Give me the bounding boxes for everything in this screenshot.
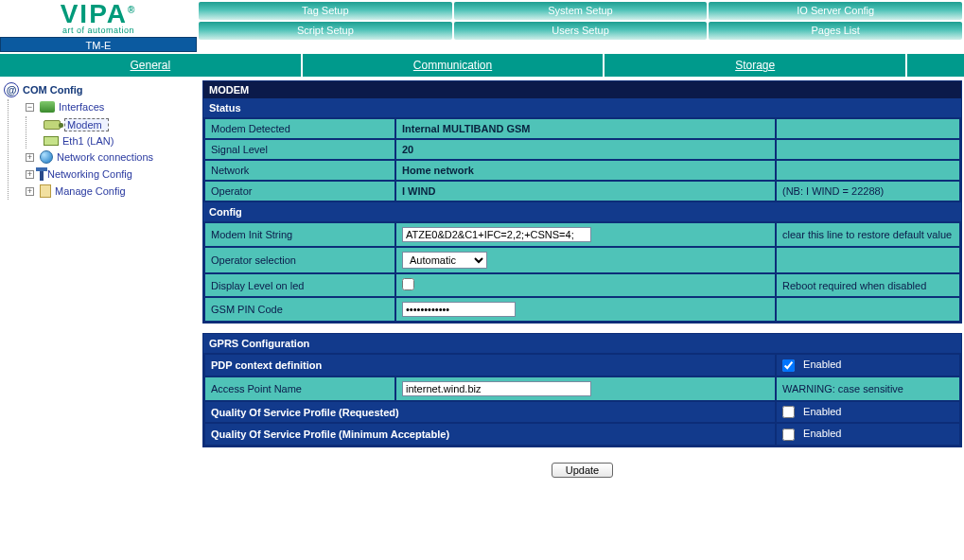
product-label: TM-E <box>86 40 112 51</box>
label: Display Level on led <box>205 274 394 296</box>
manage-config-icon <box>40 184 51 198</box>
modem-init-input[interactable] <box>402 227 591 242</box>
label: Operator selection <box>205 248 394 272</box>
expand-icon[interactable]: + <box>26 187 34 196</box>
sidebar-item-manage-config[interactable]: + Manage Config <box>22 183 193 200</box>
brand-tagline: art of automation <box>0 26 197 35</box>
tab-tag-setup[interactable]: Tag Setup <box>199 2 452 20</box>
update-row: Update <box>202 457 962 487</box>
modem-title: MODEM <box>203 81 961 98</box>
label: Signal Level <box>205 140 394 159</box>
value: Home network <box>396 161 775 180</box>
interfaces-icon <box>40 101 55 113</box>
row-modem-init: Modem Init String clear this line to res… <box>205 223 959 246</box>
top-tabs: Tag Setup System Setup IO Server Config … <box>199 0 964 42</box>
subnav-communication[interactable]: Communication <box>303 54 604 77</box>
label: Modem Init String <box>205 223 394 246</box>
sidebar-root[interactable]: @ COM Config <box>4 82 193 97</box>
sidebar-item-network-connections[interactable]: + Network connections <box>22 149 193 166</box>
note <box>777 298 959 321</box>
value: 20 <box>396 140 775 159</box>
value: I WIND <box>396 182 775 201</box>
sidebar-item-label: Network connections <box>57 151 153 163</box>
collapse-icon[interactable]: − <box>26 103 34 112</box>
enabled-cell: Enabled <box>777 424 959 445</box>
subnav-storage[interactable]: Storage <box>605 54 905 77</box>
row-pdp-context: PDP context definition Enabled <box>205 355 959 376</box>
enabled-cell: Enabled <box>777 355 959 376</box>
label: Quality Of Service Profile (Minimum Acce… <box>205 424 775 445</box>
note: WARNING: case sensitive <box>777 377 959 400</box>
label: GSM PIN Code <box>205 298 394 321</box>
sidebar-item-modem[interactable]: Modem <box>40 116 193 133</box>
row-apn: Access Point Name WARNING: case sensitiv… <box>205 377 959 400</box>
sidebar-item-networking-config[interactable]: + Networking Config <box>22 166 193 183</box>
logo-block: VIPA® art of automation TM-E <box>0 0 197 52</box>
qos-min-checkbox[interactable] <box>782 429 795 441</box>
label: PDP context definition <box>205 355 775 376</box>
sidebar-root-label: COM Config <box>23 84 83 96</box>
row-modem-detected: Modem Detected Internal MULTIBAND GSM <box>205 119 959 138</box>
networking-config-icon <box>40 167 44 181</box>
label: Operator <box>205 182 394 201</box>
enabled-cell: Enabled <box>777 402 959 423</box>
sidebar-item-label: Networking Config <box>47 168 132 180</box>
modem-panel: MODEM Status Modem Detected Internal MUL… <box>202 80 962 324</box>
sidebar-item-label: Eth1 (LAN) <box>62 135 114 147</box>
row-qos-requested: Quality Of Service Profile (Requested) E… <box>205 402 959 423</box>
note <box>777 119 959 138</box>
content: MODEM Status Modem Detected Internal MUL… <box>197 77 964 495</box>
modem-icon <box>44 120 61 130</box>
note: clear this line to restore default value <box>777 223 959 246</box>
gprs-title: GPRS Configuration <box>203 334 961 353</box>
value <box>396 377 775 400</box>
tab-system-setup[interactable]: System Setup <box>454 2 708 20</box>
expand-icon[interactable]: + <box>26 170 34 179</box>
label: Quality Of Service Profile (Requested) <box>205 402 775 423</box>
value: Automatic <box>396 248 775 272</box>
sub-nav: General Communication Storage <box>0 54 964 77</box>
enabled-label: Enabled <box>803 428 841 439</box>
product-band: TM-E <box>0 37 197 52</box>
pdp-enabled-checkbox[interactable] <box>782 359 795 372</box>
value <box>396 223 775 246</box>
value: Internal MULTIBAND GSM <box>396 119 775 138</box>
row-operator: Operator I WIND (NB: I WIND = 22288) <box>205 182 959 201</box>
operator-select[interactable]: Automatic <box>402 252 487 269</box>
gprs-table: PDP context definition Enabled Access Po… <box>203 353 961 446</box>
row-display-level-led: Display Level on led Reboot required whe… <box>205 274 959 296</box>
sidebar-item-eth1[interactable]: Eth1 (LAN) <box>40 133 193 149</box>
row-network: Network Home network <box>205 161 959 180</box>
tab-users-setup[interactable]: Users Setup <box>454 22 708 40</box>
sidebar-item-interfaces[interactable]: − Interfaces <box>22 99 193 114</box>
top-bar: VIPA® art of automation TM-E Tag Setup S… <box>0 0 964 52</box>
enabled-label: Enabled <box>803 359 841 370</box>
network-icon <box>40 150 53 164</box>
config-header: Config <box>203 202 961 221</box>
gsm-pin-input[interactable] <box>402 302 516 317</box>
note: (NB: I WIND = 22288) <box>777 182 959 201</box>
status-table: Modem Detected Internal MULTIBAND GSM Si… <box>203 117 961 202</box>
update-button[interactable]: Update <box>552 463 613 478</box>
tab-io-server[interactable]: IO Server Config <box>709 2 962 20</box>
tab-pages-list[interactable]: Pages List <box>709 22 962 40</box>
label: Access Point Name <box>205 377 394 400</box>
config-table: Modem Init String clear this line to res… <box>203 221 961 323</box>
sidebar: @ COM Config − Interfaces Modem Eth1 (LA… <box>0 77 197 495</box>
tab-script-setup[interactable]: Script Setup <box>199 22 452 40</box>
qos-req-checkbox[interactable] <box>782 406 795 418</box>
main-area: @ COM Config − Interfaces Modem Eth1 (LA… <box>0 77 964 495</box>
sidebar-item-label: Modem <box>64 118 109 131</box>
enabled-label: Enabled <box>803 406 841 417</box>
sidebar-item-label: Interfaces <box>59 101 104 113</box>
value <box>396 298 775 321</box>
note <box>777 161 959 180</box>
row-operator-selection: Operator selection Automatic <box>205 248 959 272</box>
value <box>396 274 775 296</box>
expand-icon[interactable]: + <box>26 153 34 162</box>
row-signal-level: Signal Level 20 <box>205 140 959 159</box>
apn-input[interactable] <box>402 381 591 396</box>
subnav-general[interactable]: General <box>0 54 301 77</box>
ethernet-icon <box>44 136 59 146</box>
display-led-checkbox[interactable] <box>402 278 414 290</box>
